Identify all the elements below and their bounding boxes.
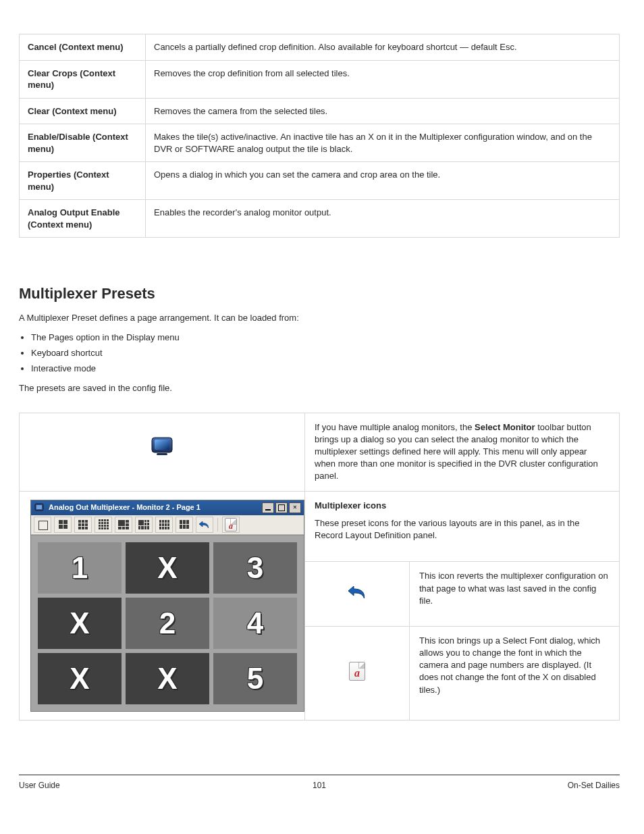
list-item: The Pages option in the Display menu bbox=[31, 332, 620, 344]
section-intro: A Multiplexer Preset defines a page arra… bbox=[19, 312, 620, 325]
multiplexer-tile[interactable]: 4 bbox=[213, 598, 297, 649]
svg-rect-19 bbox=[147, 526, 149, 529]
page-footer: User Guide 101 On-Set Dailies bbox=[19, 781, 620, 790]
revert-icon-cell bbox=[305, 562, 410, 626]
table-row: Properties (Context menu)Opens a dialog … bbox=[20, 162, 620, 200]
row-description: Removes the camera from the selected til… bbox=[146, 98, 620, 124]
svg-rect-6 bbox=[126, 520, 129, 523]
font-description: This icon brings up a Select Font dialog… bbox=[410, 626, 620, 720]
svg-rect-2 bbox=[157, 453, 167, 455]
section-title: Multiplexer Presets bbox=[19, 285, 620, 303]
multiplexer-tile[interactable]: X bbox=[126, 542, 209, 594]
row-description: Cancels a partially defined crop definit… bbox=[146, 34, 620, 61]
svg-rect-5 bbox=[118, 520, 125, 526]
footer-right: On-Set Dailies bbox=[419, 781, 620, 790]
svg-rect-15 bbox=[147, 523, 149, 525]
multiplexer-tile[interactable]: 5 bbox=[213, 653, 297, 704]
toolbar-font-button[interactable]: a bbox=[222, 517, 240, 533]
table-row: Clear Crops (Context menu)Removes the cr… bbox=[20, 60, 620, 98]
svg-rect-1 bbox=[155, 440, 169, 450]
svg-rect-4 bbox=[36, 505, 42, 509]
row-label: Clear (Context menu) bbox=[20, 98, 146, 124]
table-row: Cancel (Context menu)Cancels a partially… bbox=[20, 34, 620, 61]
svg-rect-9 bbox=[122, 527, 125, 529]
window-titlebar: Analog Out Multiplexer - Monitor 2 - Pag… bbox=[31, 500, 304, 515]
row-description: Makes the tile(s) active/inactive. An in… bbox=[146, 124, 620, 162]
analog-out-multiplexer-window: Analog Out Multiplexer - Monitor 2 - Pag… bbox=[30, 500, 304, 712]
svg-rect-16 bbox=[138, 526, 140, 529]
table-row: Clear (Context menu)Removes the camera f… bbox=[20, 98, 620, 124]
svg-rect-18 bbox=[144, 526, 146, 529]
section-outro: The presets are saved in the config file… bbox=[19, 382, 620, 395]
monitor-icon bbox=[151, 436, 173, 457]
multiplexer-tile[interactable]: 1 bbox=[38, 542, 122, 594]
multiplexer-screenshot-cell: Analog Out Multiplexer - Monitor 2 - Pag… bbox=[20, 491, 305, 720]
multiplexer-toolbar: a bbox=[31, 515, 304, 535]
undo-icon bbox=[347, 583, 367, 601]
row-label: Enable/Disable (Context menu) bbox=[20, 124, 146, 162]
select-monitor-icon-cell bbox=[20, 413, 305, 491]
list-item: Interactive mode bbox=[31, 363, 620, 375]
font-icon: a bbox=[349, 662, 365, 681]
layout-3x3-button[interactable] bbox=[74, 517, 92, 533]
row-label: Analog Output Enable (Context menu) bbox=[20, 200, 146, 238]
layout-1x1-button[interactable] bbox=[34, 517, 51, 533]
section-bullets: The Pages option in the Display menuKeyb… bbox=[31, 332, 620, 375]
multiplexer-tiles: 1X3X24XX5 bbox=[31, 535, 304, 711]
layout-4x4-button[interactable] bbox=[95, 517, 112, 533]
multiplexer-tile[interactable]: X bbox=[38, 653, 122, 704]
svg-rect-11 bbox=[138, 520, 144, 525]
layout-1plus3-button[interactable] bbox=[115, 517, 132, 533]
row-description: Opens a dialog in which you can set the … bbox=[146, 162, 620, 200]
multiplexer-tile[interactable]: X bbox=[126, 653, 209, 704]
svg-rect-13 bbox=[147, 520, 149, 522]
window-close-button[interactable]: × bbox=[289, 502, 301, 513]
list-item: Keyboard shortcut bbox=[31, 347, 620, 360]
row-description: Enables the recorder's analog monitor ou… bbox=[146, 200, 620, 238]
svg-rect-7 bbox=[126, 523, 129, 526]
font-icon-cell: a bbox=[305, 626, 410, 720]
multiplexer-tile[interactable]: 3 bbox=[213, 542, 297, 594]
context-menu-table: Cancel (Context menu)Cancels a partially… bbox=[19, 34, 620, 238]
window-minimize-button[interactable] bbox=[262, 502, 274, 513]
table-row: Analog Output Enable (Context menu)Enabl… bbox=[20, 200, 620, 238]
select-monitor-description: If you have multiple analog monitors, th… bbox=[305, 413, 620, 491]
window-title: Analog Out Multiplexer - Monitor 2 - Pag… bbox=[49, 502, 258, 513]
revert-description: This icon reverts the multiplexer config… bbox=[410, 562, 620, 626]
window-maximize-button[interactable] bbox=[275, 502, 288, 513]
row-label: Clear Crops (Context menu) bbox=[20, 60, 146, 98]
table-row: Enable/Disable (Context menu)Makes the t… bbox=[20, 124, 620, 162]
toolbar-undo-button[interactable] bbox=[196, 517, 213, 533]
multiplexer-presets-table: If you have multiple analog monitors, th… bbox=[19, 413, 620, 721]
layout-4x3-button[interactable] bbox=[155, 517, 173, 533]
row-label: Cancel (Context menu) bbox=[20, 34, 146, 61]
svg-rect-14 bbox=[144, 523, 146, 525]
row-label: Properties (Context menu) bbox=[20, 162, 146, 200]
multiplexer-tile[interactable]: X bbox=[38, 598, 122, 649]
multiplexer-icons-description: Multiplexer icons These preset icons for… bbox=[305, 491, 620, 562]
layout-1plus5-button[interactable] bbox=[135, 517, 153, 533]
svg-rect-8 bbox=[118, 527, 122, 529]
multiplexer-tile[interactable]: 2 bbox=[126, 598, 209, 649]
footer-rule bbox=[19, 775, 620, 775]
svg-rect-17 bbox=[141, 526, 144, 529]
layout-2x2-button[interactable] bbox=[54, 517, 72, 533]
svg-rect-12 bbox=[144, 520, 146, 522]
footer-page-number: 101 bbox=[219, 781, 420, 790]
footer-left: User Guide bbox=[19, 781, 219, 790]
row-description: Removes the crop definition from all sel… bbox=[146, 60, 620, 98]
svg-rect-10 bbox=[126, 527, 129, 529]
layout-3x2-button[interactable] bbox=[176, 517, 193, 533]
app-icon bbox=[34, 502, 45, 513]
